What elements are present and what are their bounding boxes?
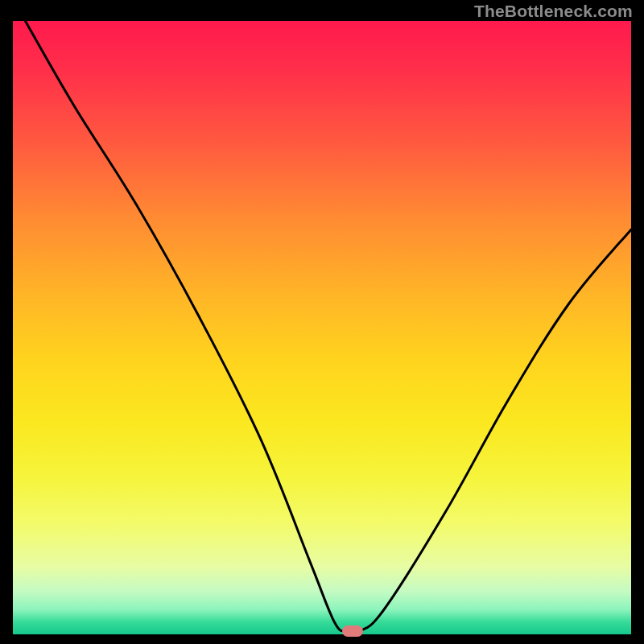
chart-frame: TheBottleneck.com xyxy=(0,0,644,644)
bottleneck-curve xyxy=(13,21,631,634)
watermark-text: TheBottleneck.com xyxy=(474,2,633,21)
plot-area xyxy=(13,21,631,634)
curve-path xyxy=(25,21,631,634)
optimal-marker xyxy=(342,625,363,637)
